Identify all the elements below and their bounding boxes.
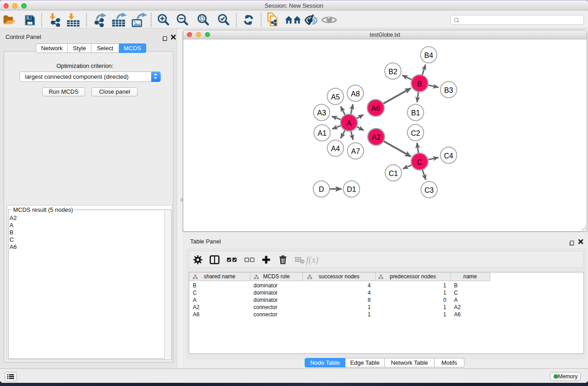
svg-text:B: B bbox=[417, 80, 422, 88]
svg-text:B4: B4 bbox=[424, 52, 433, 59]
svg-text:A7: A7 bbox=[351, 148, 360, 155]
svg-text:A8: A8 bbox=[351, 90, 360, 98]
svg-text:C3: C3 bbox=[425, 186, 434, 194]
svg-text:D1: D1 bbox=[347, 186, 356, 193]
svg-text:B3: B3 bbox=[444, 86, 453, 94]
svg-text:C1: C1 bbox=[389, 170, 398, 177]
svg-text:A4: A4 bbox=[331, 145, 340, 152]
svg-text:A1: A1 bbox=[318, 129, 327, 137]
svg-text:A3: A3 bbox=[317, 109, 326, 117]
svg-text:A2: A2 bbox=[372, 133, 381, 141]
svg-text:B2: B2 bbox=[388, 68, 397, 76]
svg-text:C: C bbox=[417, 158, 422, 166]
svg-text:A: A bbox=[347, 119, 352, 127]
svg-text:B1: B1 bbox=[411, 109, 420, 117]
svg-text:D: D bbox=[319, 186, 324, 193]
svg-text:A5: A5 bbox=[331, 93, 340, 101]
svg-text:A6: A6 bbox=[371, 105, 380, 112]
svg-text:C4: C4 bbox=[444, 152, 454, 160]
svg-text:C2: C2 bbox=[411, 129, 421, 137]
